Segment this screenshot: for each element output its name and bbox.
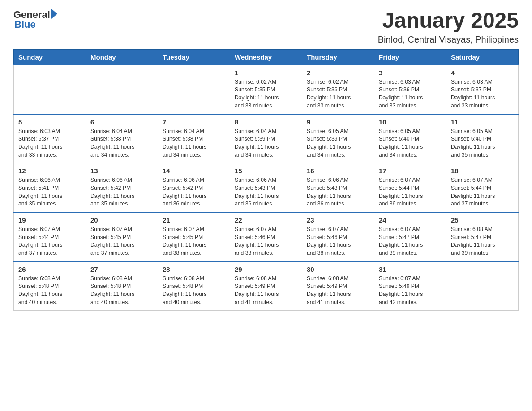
calendar-day: 17Sunrise: 6:07 AMSunset: 5:44 PMDayligh… bbox=[374, 163, 446, 212]
day-number: 26 bbox=[18, 265, 81, 273]
day-info: Sunrise: 6:07 AMSunset: 5:45 PMDaylight:… bbox=[90, 226, 153, 257]
day-info: Sunrise: 6:02 AMSunset: 5:36 PMDaylight:… bbox=[307, 78, 369, 110]
week-row: 1Sunrise: 6:02 AMSunset: 5:35 PMDaylight… bbox=[14, 65, 519, 114]
day-info: Sunrise: 6:07 AMSunset: 5:49 PMDaylight:… bbox=[379, 275, 442, 307]
day-number: 20 bbox=[90, 216, 153, 224]
day-of-week-header: Monday bbox=[86, 49, 158, 65]
week-row: 19Sunrise: 6:07 AMSunset: 5:44 PMDayligh… bbox=[14, 212, 519, 261]
day-info: Sunrise: 6:04 AMSunset: 5:38 PMDaylight:… bbox=[163, 128, 225, 159]
calendar-day: 6Sunrise: 6:04 AMSunset: 5:38 PMDaylight… bbox=[86, 114, 158, 163]
logo: General Blue bbox=[13, 9, 57, 30]
day-number: 29 bbox=[235, 265, 297, 273]
calendar-table: SundayMondayTuesdayWednesdayThursdayFrid… bbox=[13, 49, 519, 311]
calendar-day: 13Sunrise: 6:06 AMSunset: 5:42 PMDayligh… bbox=[86, 163, 158, 212]
logo-triangle-icon bbox=[51, 9, 57, 19]
day-info: Sunrise: 6:05 AMSunset: 5:39 PMDaylight:… bbox=[307, 128, 369, 159]
calendar-day: 16Sunrise: 6:06 AMSunset: 5:43 PMDayligh… bbox=[302, 163, 374, 212]
calendar-day: 5Sunrise: 6:03 AMSunset: 5:37 PMDaylight… bbox=[14, 114, 86, 163]
day-number: 16 bbox=[307, 167, 369, 175]
calendar-day: 26Sunrise: 6:08 AMSunset: 5:48 PMDayligh… bbox=[14, 261, 86, 310]
day-number: 11 bbox=[451, 118, 514, 126]
empty-day bbox=[86, 65, 158, 114]
day-info: Sunrise: 6:05 AMSunset: 5:40 PMDaylight:… bbox=[451, 128, 514, 159]
day-number: 18 bbox=[451, 167, 514, 175]
day-info: Sunrise: 6:08 AMSunset: 5:48 PMDaylight:… bbox=[90, 275, 153, 307]
day-info: Sunrise: 6:08 AMSunset: 5:49 PMDaylight:… bbox=[307, 275, 369, 307]
day-info: Sunrise: 6:03 AMSunset: 5:36 PMDaylight:… bbox=[379, 78, 442, 110]
calendar-day: 18Sunrise: 6:07 AMSunset: 5:44 PMDayligh… bbox=[446, 163, 519, 212]
day-info: Sunrise: 6:04 AMSunset: 5:39 PMDaylight:… bbox=[235, 128, 297, 159]
day-number: 8 bbox=[235, 118, 297, 126]
day-number: 27 bbox=[90, 265, 153, 273]
day-number: 23 bbox=[307, 216, 369, 224]
day-info: Sunrise: 6:07 AMSunset: 5:44 PMDaylight:… bbox=[451, 176, 514, 208]
day-info: Sunrise: 6:08 AMSunset: 5:48 PMDaylight:… bbox=[163, 275, 225, 307]
calendar-day: 19Sunrise: 6:07 AMSunset: 5:44 PMDayligh… bbox=[14, 212, 86, 261]
day-number: 7 bbox=[163, 118, 225, 126]
calendar-day: 4Sunrise: 6:03 AMSunset: 5:37 PMDaylight… bbox=[446, 65, 519, 114]
calendar-day: 7Sunrise: 6:04 AMSunset: 5:38 PMDaylight… bbox=[158, 114, 230, 163]
day-number: 19 bbox=[18, 216, 81, 224]
calendar-day: 9Sunrise: 6:05 AMSunset: 5:39 PMDaylight… bbox=[302, 114, 374, 163]
day-info: Sunrise: 6:07 AMSunset: 5:44 PMDaylight:… bbox=[379, 176, 442, 208]
day-of-week-header: Friday bbox=[374, 49, 446, 65]
calendar-day: 1Sunrise: 6:02 AMSunset: 5:35 PMDaylight… bbox=[230, 65, 302, 114]
calendar-day: 10Sunrise: 6:05 AMSunset: 5:40 PMDayligh… bbox=[374, 114, 446, 163]
empty-day bbox=[14, 65, 86, 114]
day-info: Sunrise: 6:08 AMSunset: 5:49 PMDaylight:… bbox=[235, 275, 297, 307]
calendar-day: 21Sunrise: 6:07 AMSunset: 5:45 PMDayligh… bbox=[158, 212, 230, 261]
day-of-week-header: Sunday bbox=[14, 49, 86, 65]
day-number: 3 bbox=[379, 69, 442, 77]
location-subtitle: Binlod, Central Visayas, Philippines bbox=[378, 34, 519, 45]
day-info: Sunrise: 6:06 AMSunset: 5:43 PMDaylight:… bbox=[235, 176, 297, 208]
week-row: 5Sunrise: 6:03 AMSunset: 5:37 PMDaylight… bbox=[14, 114, 519, 163]
day-of-week-header: Wednesday bbox=[230, 49, 302, 65]
calendar-day: 22Sunrise: 6:07 AMSunset: 5:46 PMDayligh… bbox=[230, 212, 302, 261]
day-number: 28 bbox=[163, 265, 225, 273]
day-info: Sunrise: 6:03 AMSunset: 5:37 PMDaylight:… bbox=[18, 128, 81, 159]
calendar-day: 31Sunrise: 6:07 AMSunset: 5:49 PMDayligh… bbox=[374, 261, 446, 310]
logo-blue-text: Blue bbox=[13, 19, 36, 30]
day-info: Sunrise: 6:06 AMSunset: 5:43 PMDaylight:… bbox=[307, 176, 369, 208]
day-number: 30 bbox=[307, 265, 369, 273]
day-number: 9 bbox=[307, 118, 369, 126]
calendar-day: 14Sunrise: 6:06 AMSunset: 5:42 PMDayligh… bbox=[158, 163, 230, 212]
day-number: 22 bbox=[235, 216, 297, 224]
calendar-day: 30Sunrise: 6:08 AMSunset: 5:49 PMDayligh… bbox=[302, 261, 374, 310]
day-info: Sunrise: 6:02 AMSunset: 5:35 PMDaylight:… bbox=[235, 78, 297, 110]
day-info: Sunrise: 6:07 AMSunset: 5:44 PMDaylight:… bbox=[18, 226, 81, 257]
main-title: January 2025 bbox=[378, 9, 519, 33]
day-info: Sunrise: 6:04 AMSunset: 5:38 PMDaylight:… bbox=[90, 128, 153, 159]
day-number: 31 bbox=[379, 265, 442, 273]
day-of-week-header: Thursday bbox=[302, 49, 374, 65]
empty-day bbox=[446, 261, 519, 310]
calendar-day: 24Sunrise: 6:07 AMSunset: 5:47 PMDayligh… bbox=[374, 212, 446, 261]
day-info: Sunrise: 6:08 AMSunset: 5:47 PMDaylight:… bbox=[451, 226, 514, 257]
week-row: 12Sunrise: 6:06 AMSunset: 5:41 PMDayligh… bbox=[14, 163, 519, 212]
day-number: 13 bbox=[90, 167, 153, 175]
calendar-day: 20Sunrise: 6:07 AMSunset: 5:45 PMDayligh… bbox=[86, 212, 158, 261]
calendar-day: 25Sunrise: 6:08 AMSunset: 5:47 PMDayligh… bbox=[446, 212, 519, 261]
day-number: 6 bbox=[90, 118, 153, 126]
calendar-day: 2Sunrise: 6:02 AMSunset: 5:36 PMDaylight… bbox=[302, 65, 374, 114]
day-info: Sunrise: 6:07 AMSunset: 5:46 PMDaylight:… bbox=[307, 226, 369, 257]
day-of-week-header: Saturday bbox=[446, 49, 519, 65]
day-number: 10 bbox=[379, 118, 442, 126]
calendar-day: 8Sunrise: 6:04 AMSunset: 5:39 PMDaylight… bbox=[230, 114, 302, 163]
day-info: Sunrise: 6:07 AMSunset: 5:45 PMDaylight:… bbox=[163, 226, 225, 257]
day-info: Sunrise: 6:05 AMSunset: 5:40 PMDaylight:… bbox=[379, 128, 442, 159]
page-header: General Blue January 2025 Binlod, Centra… bbox=[13, 9, 519, 45]
day-number: 14 bbox=[163, 167, 225, 175]
day-number: 12 bbox=[18, 167, 81, 175]
calendar-day: 11Sunrise: 6:05 AMSunset: 5:40 PMDayligh… bbox=[446, 114, 519, 163]
empty-day bbox=[158, 65, 230, 114]
day-number: 2 bbox=[307, 69, 369, 77]
day-info: Sunrise: 6:06 AMSunset: 5:42 PMDaylight:… bbox=[163, 176, 225, 208]
calendar-day: 15Sunrise: 6:06 AMSunset: 5:43 PMDayligh… bbox=[230, 163, 302, 212]
day-of-week-header: Tuesday bbox=[158, 49, 230, 65]
day-number: 4 bbox=[451, 69, 514, 77]
day-number: 17 bbox=[379, 167, 442, 175]
calendar-day: 28Sunrise: 6:08 AMSunset: 5:48 PMDayligh… bbox=[158, 261, 230, 310]
day-number: 15 bbox=[235, 167, 297, 175]
day-info: Sunrise: 6:08 AMSunset: 5:48 PMDaylight:… bbox=[18, 275, 81, 307]
